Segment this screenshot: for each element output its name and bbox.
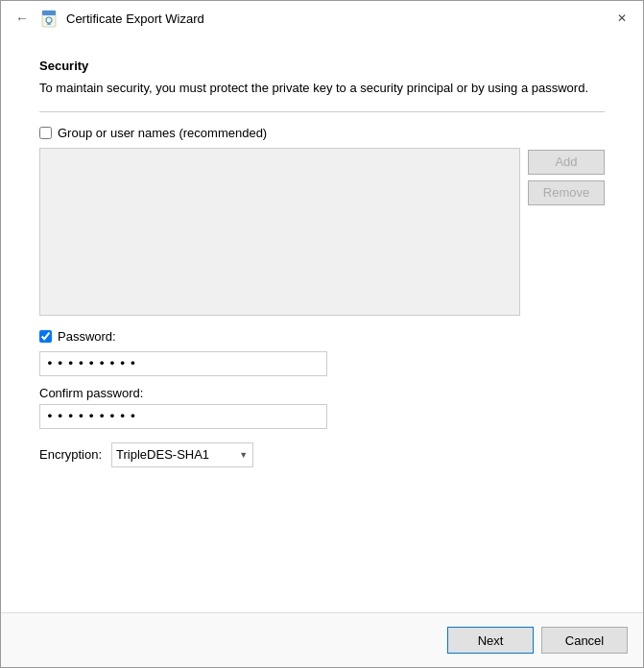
title-bar-left: ← Certificate Export Wizard [12,9,204,28]
confirm-password-field-row: Confirm password: [39,386,605,429]
dialog-footer: Next Cancel [1,612,643,667]
section-title: Security [39,59,605,73]
section-divider [39,111,605,112]
confirm-password-input[interactable] [39,404,327,429]
encryption-label: Encryption: [39,447,102,462]
dialog-content: Security To maintain security, you must … [1,36,643,612]
svg-rect-1 [42,11,56,15]
encryption-row: Encryption: TripleDES-SHA1 AES256-SHA256 [39,442,605,467]
group-buttons: Add Remove [528,148,605,316]
remove-button[interactable]: Remove [528,180,605,205]
password-checkbox-row: Password: [39,329,605,344]
group-listbox[interactable] [39,148,520,316]
title-bar-title: Certificate Export Wizard [66,12,204,26]
title-bar: ← Certificate Export Wizard ✕ [1,1,643,36]
cancel-button[interactable]: Cancel [541,627,628,654]
encryption-select-wrapper: TripleDES-SHA1 AES256-SHA256 [111,442,253,467]
encryption-select[interactable]: TripleDES-SHA1 AES256-SHA256 [111,442,253,467]
back-button[interactable]: ← [12,9,32,28]
password-checkbox-label[interactable]: Password: [58,329,116,344]
add-button[interactable]: Add [528,150,605,175]
group-checkbox-label[interactable]: Group or user names (recommended) [58,126,267,140]
password-field-row [39,351,605,376]
group-checkbox[interactable] [39,127,52,139]
group-panel-row: Add Remove [39,148,605,316]
close-button[interactable]: ✕ [612,9,632,28]
password-checkbox[interactable] [39,330,52,343]
certificate-export-wizard-dialog: ← Certificate Export Wizard ✕ Security T… [0,0,644,668]
group-checkbox-row: Group or user names (recommended) [39,126,605,140]
confirm-password-label: Confirm password: [39,386,605,400]
section-description: To maintain security, you must protect t… [39,79,605,98]
next-button[interactable]: Next [447,627,534,654]
password-input[interactable] [39,351,327,376]
wizard-icon [39,9,59,28]
